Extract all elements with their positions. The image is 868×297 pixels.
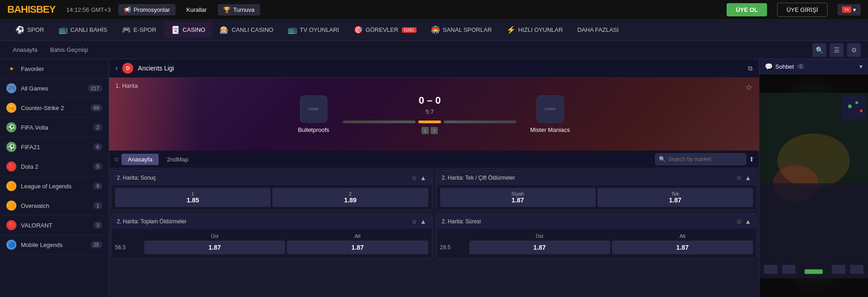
match-visual: 1. Harita ☆ LOGO Bulletproofs 0 – 0 5:7: [109, 78, 759, 151]
market-title-3: 2. Harita: Toplam Öldürmeler: [117, 218, 409, 225]
subnav-bahis-gecmisi[interactable]: Bahis Geçmişi: [45, 44, 93, 56]
market1-collapse-button[interactable]: ▲: [420, 174, 426, 181]
tab-anasayfa[interactable]: Anasayfa: [121, 154, 159, 165]
sidebar-item-cs2[interactable]: 🔫 Counter-Strike 2 69: [0, 98, 109, 118]
sidebar-item-mobile-legends[interactable]: 🔵 Mobile Legends 25: [0, 235, 109, 255]
ozel-badge: ÖZEL: [402, 27, 416, 33]
ou-header-4: Üst Alt: [440, 232, 753, 241]
sidebar-item-favoriler[interactable]: ★ Favoriler: [0, 59, 109, 79]
nav-espor[interactable]: 🎮 E-SPOR: [115, 22, 163, 38]
market1-fav-button[interactable]: ☆: [411, 174, 417, 181]
collapse-markets-button[interactable]: ⬆: [749, 156, 754, 163]
market4-collapse-button[interactable]: ▲: [745, 218, 751, 225]
svg-rect-9: [850, 265, 863, 274]
market-header-3: 2. Harita: Toplam Öldürmeler ☆ ▲: [111, 214, 432, 229]
market-search-input[interactable]: [655, 153, 746, 165]
spor-icon: ⚽: [15, 25, 25, 34]
nav-tv-oyunlari[interactable]: 📺 TV OYUNLARI: [281, 22, 346, 38]
logo: BAHISBEY: [7, 4, 55, 15]
odd-3-under[interactable]: 1.87: [287, 241, 428, 254]
copy-button[interactable]: ⧉: [748, 65, 753, 72]
sidebar-item-lol[interactable]: 🟠 League of Legends 9: [0, 176, 109, 196]
chat-expand-button[interactable]: ▾: [859, 63, 863, 70]
promo-button[interactable]: 📢 Promosyonlar: [118, 4, 176, 15]
promo-icon: 📢: [124, 6, 131, 13]
sidebar-item-dota2[interactable]: 🔴 Dota 2 5: [0, 157, 109, 176]
market3-collapse-button[interactable]: ▲: [420, 218, 426, 225]
nav-daha-fazlasi[interactable]: DAHA FAZLASI: [571, 23, 625, 37]
game-icon: D: [122, 63, 133, 74]
register-button[interactable]: ÜYE OL: [727, 3, 767, 16]
market-body-1: 1 1.85 2 1.89: [111, 185, 432, 210]
svg-point-11: [848, 105, 852, 108]
login-button[interactable]: ÜYE GİRİŞİ: [777, 3, 828, 17]
fifa-volta-icon: ⚽: [6, 122, 16, 132]
sidebar-item-fifa-volta[interactable]: ⚽ FIFA.Volta 2: [0, 118, 109, 137]
map-score: 5:7: [426, 108, 434, 115]
svg-rect-7: [805, 269, 823, 274]
nav-canli-bahis[interactable]: 📺 CANLI BAHİS: [52, 22, 114, 38]
rules-button[interactable]: Kurallar: [183, 4, 211, 15]
current-time: 14:12:56 GMT+3: [66, 6, 111, 13]
body-layout: ★ Favoriler 🎮 All Games 217 🔫 Counter-St…: [0, 59, 868, 297]
lol-icon: 🟠: [6, 181, 16, 191]
fifa21-icon: ⚽: [6, 142, 16, 152]
odd-2-1[interactable]: Siyah 1.87: [440, 188, 596, 207]
sidebar-item-all-games[interactable]: 🎮 All Games 217: [0, 79, 109, 98]
market3-fav-button[interactable]: ☆: [411, 218, 417, 225]
mobile-legends-icon: 🔵: [6, 240, 16, 250]
sidebar-item-valorant[interactable]: 🔴 VALORANT 3: [0, 216, 109, 235]
team1-name: Bulletproofs: [298, 126, 329, 133]
favorite-button[interactable]: ☆: [745, 82, 753, 92]
trophy-icon: 🏆: [223, 6, 231, 13]
gorevler-icon: 🎯: [354, 25, 363, 34]
score-bars: [343, 121, 517, 123]
tab-2ndmap[interactable]: 2ndMap: [161, 154, 195, 165]
cs2-icon: 🔫: [6, 103, 16, 113]
score-bar-mid: [418, 121, 441, 123]
casino-icon: 🃏: [171, 25, 180, 34]
odd-4-over[interactable]: 1.87: [469, 241, 610, 254]
language-selector[interactable]: TR ▾: [838, 4, 861, 15]
score-bar-left: [343, 121, 416, 123]
tab-favorite-button[interactable]: ☆: [114, 156, 120, 163]
nav-sanal-sporlar[interactable]: 🏟️ SANAL SPORLAR: [425, 22, 498, 38]
espor-icon: 🎮: [122, 25, 131, 34]
settings-button[interactable]: ⚙: [847, 43, 861, 57]
nav-casino[interactable]: 🃏 CASINO: [165, 22, 212, 38]
flag-icon: TR: [842, 6, 851, 13]
search-button[interactable]: 🔍: [813, 43, 826, 57]
nav-canli-casino[interactable]: 🎰 CANLI CASINO: [213, 22, 280, 38]
team1-block: LOGO Bulletproofs: [298, 96, 329, 133]
chat-header: 💬 Sohbet 0 ▾: [759, 59, 868, 74]
sidebar-item-fifa21[interactable]: ⚽ FIFA21 8: [0, 137, 109, 157]
market-card-4: 2. Harita: Süresi ☆ ▲ Üst Alt 29.5 1.87: [436, 214, 758, 259]
team2-name: Mister Maniacs: [530, 126, 570, 133]
markets-grid: 2. Harita: Sonuç ☆ ▲ 1 1.85 2 1.89: [109, 168, 759, 261]
main-score: 0 – 0: [419, 95, 441, 106]
svg-rect-8: [832, 265, 845, 274]
score-block: 0 – 0 5:7 1 2: [343, 95, 517, 134]
odd-3-over[interactable]: 1.87: [144, 241, 285, 254]
market4-fav-button[interactable]: ☆: [736, 218, 742, 225]
back-button[interactable]: ‹: [115, 64, 118, 72]
score-bar-right: [444, 121, 517, 123]
chat-title: Sohbet: [775, 63, 794, 70]
odd-4-under[interactable]: 1.87: [612, 241, 753, 254]
nav-spor[interactable]: ⚽ SPOR: [9, 22, 50, 38]
nav-gorevler[interactable]: 🎯 GÖREVLER ÖZEL: [347, 22, 423, 38]
sidebar-item-overwatch[interactable]: 🟠 Overwatch 1: [0, 196, 109, 216]
market2-collapse-button[interactable]: ▲: [745, 174, 751, 181]
sub-nav: Anasayfa Bahis Geçmişi 🔍 ☰ ⚙: [0, 41, 868, 59]
subnav-anasayfa[interactable]: Anasayfa: [7, 44, 43, 56]
main-content: ‹ D Ancients Ligi ⧉ 1. Harita ☆ LOGO Bul…: [109, 59, 759, 297]
odd-1-2[interactable]: 2 1.89: [272, 188, 428, 207]
tournament-button[interactable]: 🏆 Turnuva: [218, 4, 260, 15]
market2-fav-button[interactable]: ☆: [736, 174, 742, 181]
team2-logo: LOGO: [537, 96, 564, 123]
odd-2-2[interactable]: Tek 1.87: [597, 188, 753, 207]
odd-1-1[interactable]: 1 1.85: [115, 188, 271, 207]
nav-hizli-oyunlar[interactable]: ⚡ HIZLI OYUNLAR: [500, 22, 569, 38]
hizli-oyunlar-icon: ⚡: [507, 25, 516, 34]
list-view-button[interactable]: ☰: [830, 43, 843, 57]
